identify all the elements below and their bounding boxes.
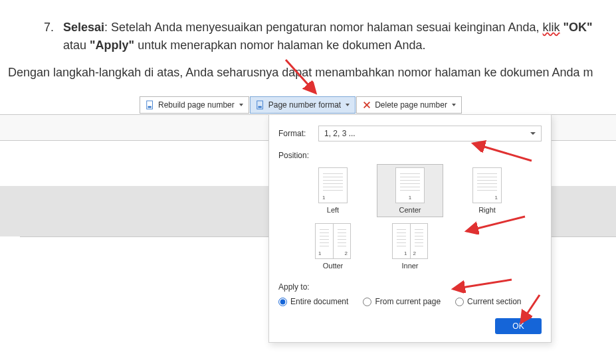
annotation-arrow (445, 276, 518, 296)
radio-section-label: Current section (467, 297, 521, 306)
format-field-label: Format: (278, 129, 313, 138)
pos-inner-label: Inner (401, 262, 418, 270)
pos-center-label: Center (399, 206, 421, 214)
radio-entire-input[interactable] (278, 298, 287, 306)
position-left[interactable]: 1 Left (300, 164, 366, 217)
svg-line-9 (453, 280, 512, 289)
step-title: Selesai (63, 21, 104, 34)
annotation-arrow (279, 54, 326, 101)
svg-line-6 (286, 60, 316, 93)
delete-page-number-button[interactable]: Delete page number (356, 96, 462, 114)
radio-entire-label: Entire document (290, 297, 348, 306)
position-right[interactable]: 1 Right (454, 164, 520, 217)
radio-section-input[interactable] (455, 298, 464, 306)
annotation-arrow (514, 291, 548, 329)
step-text-2: untuk menerapkan nomor halaman ke dokume… (134, 39, 425, 52)
thumb-left: 1 (318, 167, 348, 203)
thumb-inner: 1 2 (392, 223, 428, 259)
radio-entire-document[interactable]: Entire document (278, 297, 348, 306)
svg-line-7 (473, 143, 532, 161)
thumb-outter: 1 2 (315, 223, 351, 259)
format-value: 1, 2, 3 ... (324, 129, 356, 138)
radio-current-label: From current page (375, 297, 441, 306)
radio-current-section[interactable]: Current section (455, 297, 521, 306)
apply-bold: "Apply" (90, 39, 134, 52)
radio-current-input[interactable] (363, 298, 371, 306)
list-number: 7. (44, 19, 54, 54)
position-outter[interactable]: 1 2 Outter (300, 220, 366, 273)
rebuild-page-number-button[interactable]: Rebuild page number (140, 96, 249, 114)
svg-rect-1 (148, 106, 152, 108)
annotation-arrow (459, 213, 532, 239)
position-inner[interactable]: 1 2 Inner (377, 220, 443, 273)
format-label: Page number format (268, 100, 341, 110)
thumb-right: 1 (472, 167, 502, 203)
pos-outter-label: Outter (323, 262, 344, 270)
ok-bold: "OK" (564, 21, 593, 34)
page-icon (256, 100, 265, 110)
caret-icon (452, 104, 456, 106)
position-center[interactable]: 1 Center (377, 164, 443, 217)
svg-rect-3 (258, 106, 261, 108)
radio-from-current[interactable]: From current page (363, 297, 441, 306)
atau: atau (63, 39, 90, 52)
rebuild-label: Rebuild page number (158, 100, 235, 110)
svg-line-8 (466, 217, 525, 231)
apply-to-radios: Entire document From current page Curren… (278, 297, 542, 306)
caret-icon (239, 104, 243, 106)
step-text-1: : Setelah Anda menyesuaikan pengaturan n… (104, 21, 542, 34)
klik-word: klik (543, 21, 560, 34)
pos-left-label: Left (327, 206, 339, 214)
delete-x-icon (362, 100, 371, 110)
caret-icon (346, 104, 350, 106)
annotation-arrow (465, 139, 538, 166)
delete-label: Delete page number (375, 100, 447, 110)
thumb-center: 1 (395, 167, 425, 203)
page-icon (146, 100, 155, 110)
svg-line-10 (521, 295, 540, 323)
